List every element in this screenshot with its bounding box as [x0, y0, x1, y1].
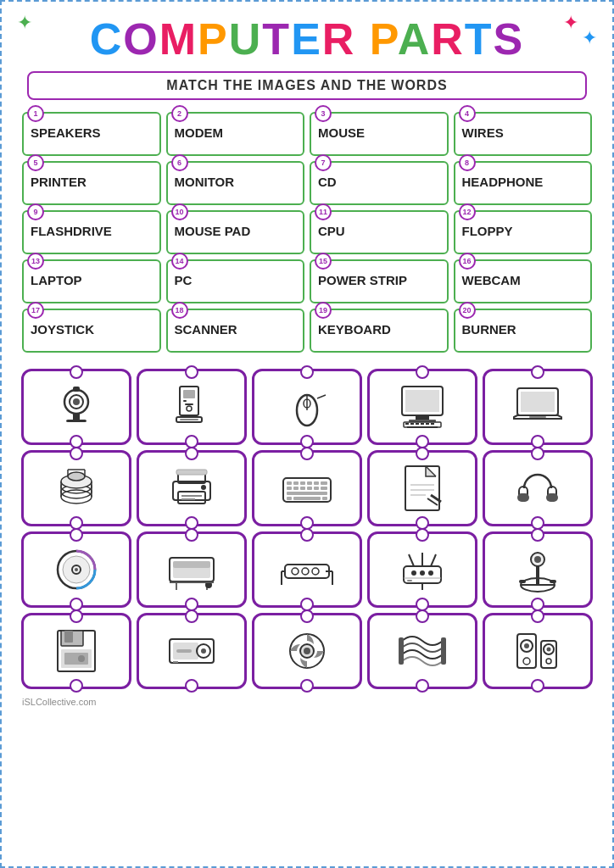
svg-point-123: [201, 648, 206, 654]
svg-line-99: [431, 554, 436, 566]
word-label: BURNER: [462, 322, 584, 337]
svg-rect-32: [529, 416, 546, 418]
word-label: SCANNER: [175, 322, 297, 337]
svg-rect-59: [300, 487, 305, 490]
speakers-icon: [511, 624, 565, 678]
svg-rect-26: [421, 423, 424, 425]
image-joystick: [483, 531, 593, 608]
word-number: 19: [315, 302, 332, 319]
word-item: 4WIRES: [454, 112, 593, 156]
svg-line-17: [317, 395, 326, 398]
scanner-icon: [165, 542, 219, 597]
svg-point-128: [304, 648, 310, 654]
svg-rect-46: [181, 495, 202, 497]
word-item: 11CPU: [310, 210, 449, 254]
word-item: 14PC: [166, 259, 305, 303]
svg-rect-10: [183, 400, 187, 402]
svg-point-137: [547, 648, 551, 652]
word-label: LAPTOP: [31, 273, 153, 287]
star-icon: ✦: [17, 12, 32, 34]
word-item: 16WEBCAM: [454, 259, 593, 303]
svg-rect-52: [293, 481, 299, 485]
svg-rect-60: [307, 487, 312, 490]
word-number: 20: [459, 302, 476, 319]
word-item: 12FLOPPY: [454, 210, 593, 254]
image-printer: [137, 450, 247, 526]
word-item: 5PRINTER: [22, 161, 161, 205]
headphones-icon: [511, 461, 565, 515]
word-item: 9FLASHDRIVE: [22, 210, 161, 254]
word-item: 13LAPTOP: [22, 259, 161, 303]
cd-icon: [49, 542, 103, 597]
svg-rect-49: [176, 470, 207, 475]
svg-rect-31: [521, 392, 555, 412]
svg-point-89: [292, 568, 299, 575]
word-item: 1SPEAKERS: [22, 112, 161, 156]
printer-icon: [165, 461, 219, 515]
modem-icon: [395, 542, 449, 597]
word-number: 17: [27, 302, 44, 319]
image-cd: [21, 531, 131, 608]
word-label: JOYSTICK: [31, 322, 153, 337]
svg-rect-51: [287, 481, 292, 485]
image-grid: [10, 361, 604, 697]
image-wires: [367, 613, 477, 689]
word-label: WEBCAM: [462, 273, 584, 287]
word-number: 11: [315, 203, 332, 220]
svg-rect-54: [307, 481, 312, 485]
joystick-icon: [511, 542, 565, 597]
svg-rect-23: [405, 423, 409, 425]
svg-point-119: [78, 655, 85, 662]
word-label: PC: [175, 273, 297, 287]
wires-icon: [395, 624, 449, 678]
word-number: 2: [171, 105, 188, 122]
word-item: 7CD: [310, 161, 449, 205]
word-number: 4: [459, 105, 476, 122]
image-monitor: [367, 369, 477, 445]
word-label: CD: [318, 175, 440, 189]
image-floppy: [21, 613, 131, 689]
word-item: 6MONITOR: [166, 161, 305, 205]
word-label: FLASHDRIVE: [31, 224, 153, 238]
pc-icon: [165, 380, 219, 434]
svg-rect-28: [431, 423, 434, 425]
image-cd-drive: [137, 613, 247, 689]
image-speakers: [483, 613, 593, 689]
svg-rect-65: [293, 497, 321, 500]
svg-rect-20: [416, 415, 429, 420]
word-label: MOUSE: [318, 125, 440, 140]
image-modem: [367, 531, 477, 608]
word-number: 16: [459, 253, 476, 270]
svg-rect-75: [517, 493, 529, 502]
svg-rect-61: [314, 487, 319, 490]
word-item: 19KEYBOARD: [310, 309, 449, 353]
word-item: 2MODEM: [166, 112, 305, 156]
svg-rect-124: [176, 649, 192, 653]
svg-rect-47: [181, 498, 195, 500]
svg-rect-129: [399, 637, 404, 665]
word-item: 17JOYSTICK: [22, 309, 161, 353]
svg-rect-27: [426, 423, 429, 425]
image-headphones: [483, 450, 593, 526]
word-number: 7: [315, 154, 332, 171]
svg-line-97: [409, 554, 414, 566]
word-item: 15POWER STRIP: [310, 259, 449, 303]
word-grid: 1SPEAKERS2MODEM3MOUSE4WIRES5PRINTER6MONI…: [10, 107, 604, 358]
svg-rect-57: [287, 487, 292, 490]
svg-rect-53: [300, 481, 305, 485]
word-item: 3MOUSE: [310, 112, 449, 156]
word-number: 12: [459, 203, 476, 220]
word-item: 18SCANNER: [166, 309, 305, 353]
word-label: MODEM: [175, 125, 297, 140]
svg-rect-64: [287, 497, 292, 500]
word-label: MONITOR: [175, 175, 297, 189]
svg-rect-19: [405, 390, 439, 412]
svg-point-134: [523, 658, 530, 665]
word-number: 5: [27, 154, 44, 171]
word-label: SPEAKERS: [31, 125, 153, 140]
page-title: COMPUTER PARTS: [90, 17, 524, 61]
image-scanner: [137, 531, 247, 608]
floppy-icon: [49, 624, 103, 678]
svg-point-39: [68, 472, 85, 481]
word-number: 18: [171, 302, 188, 319]
